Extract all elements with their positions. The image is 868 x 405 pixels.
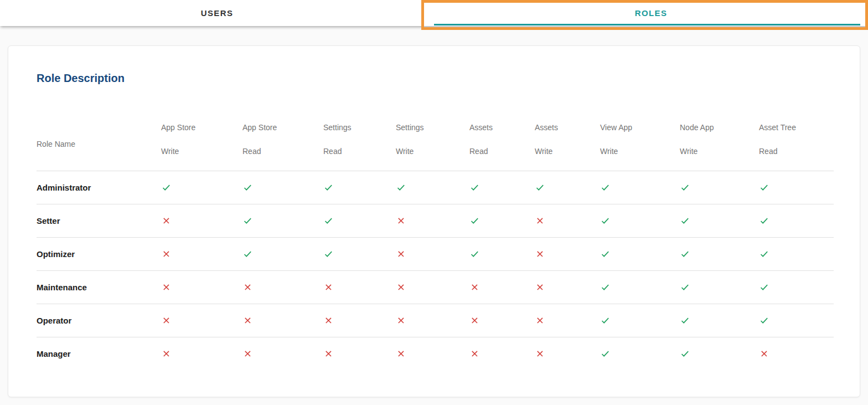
permission-cell — [600, 204, 680, 237]
check-icon — [161, 182, 172, 193]
table-row: Manager — [37, 337, 834, 370]
cross-icon — [396, 348, 406, 359]
cross-icon — [242, 282, 253, 293]
check-icon — [600, 182, 611, 193]
permission-cell — [469, 237, 535, 270]
tab-roles[interactable]: ROLES — [434, 0, 868, 26]
check-icon — [600, 282, 611, 293]
check-icon — [535, 182, 545, 193]
permission-cell — [600, 304, 680, 337]
check-icon — [469, 182, 480, 193]
role-name-header: Role Name — [37, 111, 161, 171]
permission-cell — [759, 204, 834, 237]
cross-icon — [535, 348, 545, 359]
cross-icon — [396, 282, 406, 293]
cross-icon — [759, 348, 769, 359]
cross-icon — [535, 282, 545, 293]
cross-icon — [242, 315, 253, 326]
permission-cell — [396, 304, 469, 337]
perm-action-label: Write — [680, 133, 759, 157]
table-row: Administrator — [37, 171, 834, 204]
check-icon — [759, 282, 769, 293]
check-icon — [680, 216, 690, 226]
permission-cell — [759, 237, 834, 270]
permission-cell — [759, 337, 834, 370]
perm-column-header: SettingsWrite — [396, 111, 469, 171]
permission-cell — [242, 270, 323, 304]
table-row: Maintenance — [37, 270, 834, 304]
permission-cell — [242, 204, 323, 237]
check-icon — [759, 182, 769, 193]
tab-users[interactable]: USERS — [0, 0, 434, 26]
check-icon — [469, 216, 480, 226]
permission-cell — [396, 171, 469, 204]
permission-cell — [600, 337, 680, 370]
permission-cell — [680, 204, 759, 237]
cross-icon — [396, 216, 406, 226]
perm-group-label: View App — [600, 111, 680, 133]
table-row: Setter — [37, 204, 834, 237]
permission-cell — [161, 237, 242, 270]
permission-cell — [161, 337, 242, 370]
permission-cell — [469, 204, 535, 237]
perm-group-label: Node App — [680, 111, 759, 133]
header-row: Role NameApp StoreWriteApp StoreReadSett… — [37, 111, 834, 171]
cross-icon — [469, 348, 480, 359]
permission-cell — [469, 270, 535, 304]
permission-cell — [161, 270, 242, 304]
cross-icon — [161, 249, 172, 259]
permission-cell — [242, 171, 323, 204]
cross-icon — [161, 348, 172, 359]
card-title: Role Description — [37, 71, 860, 85]
check-icon — [242, 249, 253, 259]
tab-users-label: USERS — [201, 8, 234, 18]
check-icon — [242, 182, 253, 193]
perm-column-header: App StoreWrite — [161, 111, 242, 171]
check-icon — [759, 315, 769, 326]
permission-cell — [759, 171, 834, 204]
permission-cell — [600, 270, 680, 304]
permission-cell — [600, 237, 680, 270]
permission-cell — [323, 237, 396, 270]
perm-group-label: App Store — [161, 111, 242, 133]
permission-cell — [323, 304, 396, 337]
check-icon — [600, 216, 611, 226]
perm-action-label: Read — [759, 133, 834, 157]
permission-cell — [242, 337, 323, 370]
role-name-cell: Maintenance — [37, 270, 161, 304]
permission-cell — [323, 270, 396, 304]
perm-action-label: Read — [469, 133, 535, 157]
permission-cell — [535, 237, 600, 270]
permission-cell — [680, 171, 759, 204]
cross-icon — [535, 315, 545, 326]
perm-group-label: App Store — [242, 111, 323, 133]
permission-cell — [759, 304, 834, 337]
perm-action-label: Write — [396, 133, 469, 157]
permission-cell — [759, 270, 834, 304]
perm-column-header: View AppWrite — [600, 111, 680, 171]
check-icon — [680, 348, 690, 359]
cross-icon — [396, 249, 406, 259]
role-name-cell: Optimizer — [37, 237, 161, 270]
permission-cell — [161, 304, 242, 337]
perm-action-label: Read — [323, 133, 396, 157]
perm-column-header: App StoreRead — [242, 111, 323, 171]
table-body: AdministratorSetterOptimizerMaintenanceO… — [37, 171, 834, 370]
cross-icon — [535, 249, 545, 259]
check-icon — [680, 249, 690, 259]
cross-icon — [469, 315, 480, 326]
check-icon — [759, 249, 769, 259]
cross-icon — [535, 216, 545, 226]
permission-cell — [396, 237, 469, 270]
check-icon — [680, 315, 690, 326]
cross-icon — [323, 348, 334, 359]
check-icon — [469, 249, 480, 259]
permission-cell — [680, 237, 759, 270]
perm-column-header: AssetsWrite — [535, 111, 600, 171]
active-tab-indicator — [434, 24, 860, 25]
permission-cell — [600, 171, 680, 204]
check-icon — [242, 216, 253, 226]
perm-column-header: Node AppWrite — [680, 111, 759, 171]
perm-action-label: Read — [242, 133, 323, 157]
permission-cell — [535, 337, 600, 370]
